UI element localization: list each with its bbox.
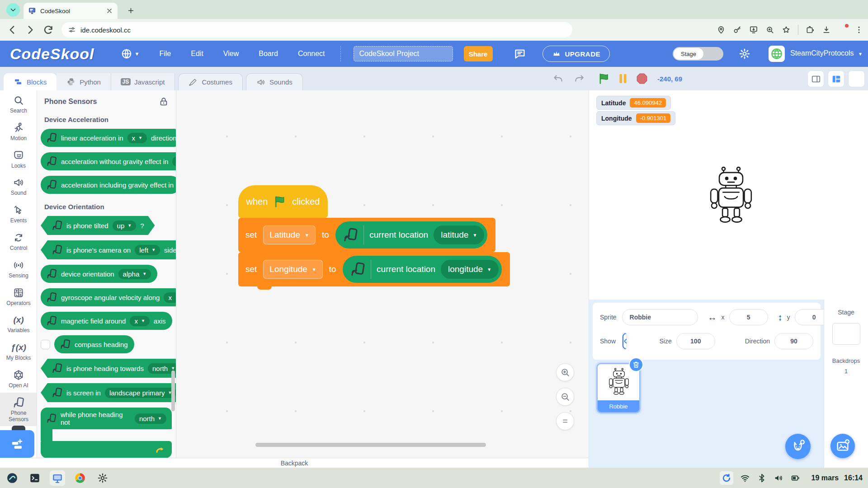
language-globe-icon[interactable] <box>121 48 132 60</box>
bluetooth-icon[interactable] <box>757 473 767 483</box>
sprite-name-input[interactable] <box>622 309 698 325</box>
when-flag-clicked-block[interactable]: whenclicked <box>238 185 328 218</box>
dropdown[interactable]: up <box>113 221 137 231</box>
dropdown[interactable]: x <box>172 156 176 167</box>
stage-toggle-knob[interactable]: Stage <box>674 48 703 60</box>
dropdown[interactable]: left <box>135 245 160 255</box>
tab-blocks[interactable]: Blocks <box>4 73 57 90</box>
star-icon[interactable] <box>782 25 791 34</box>
tab-javascript[interactable]: JSJavascript <box>111 73 175 90</box>
extensions-icon[interactable] <box>806 25 815 34</box>
backdrop-thumbnail[interactable] <box>832 323 860 345</box>
block-is-phone-tilted[interactable]: is phone tiltedup? <box>41 216 155 235</box>
add-backdrop-button[interactable] <box>830 434 855 458</box>
delete-sprite-button[interactable] <box>629 357 643 372</box>
sidebar-item-phone-sensors[interactable]: Phone Sensors <box>0 393 37 427</box>
dropdown[interactable]: landscape primary <box>105 388 176 398</box>
dropdown[interactable]: x <box>130 316 149 326</box>
menu-board[interactable]: Board <box>259 50 278 58</box>
zoom-lens-icon[interactable] <box>765 25 774 34</box>
add-extension-button[interactable] <box>0 430 34 458</box>
stage-toggle[interactable]: Stage <box>673 47 723 61</box>
address-bar[interactable]: ide.codeskool.cc <box>61 22 572 38</box>
backpack-bar[interactable]: Backpack <box>0 458 589 468</box>
menu-edit[interactable]: Edit <box>191 50 203 58</box>
zoom-in-button[interactable] <box>556 363 574 381</box>
terminal-app-icon[interactable] <box>27 470 42 486</box>
tab-python[interactable]: Python <box>57 73 111 90</box>
sync-icon[interactable] <box>720 471 733 485</box>
forward-icon[interactable] <box>24 24 36 36</box>
block-device-orientation[interactable]: device orientationalpha <box>41 265 157 283</box>
menu-connect[interactable]: Connect <box>298 50 325 58</box>
set-longitude-block[interactable]: set Longitude to current location longit… <box>238 252 510 286</box>
new-tab-button[interactable] <box>125 5 137 16</box>
tab-costumes[interactable]: Costumes <box>178 73 243 90</box>
sidebar-item-open-ai[interactable]: Open AI <box>0 365 37 393</box>
sprite-direction-input[interactable] <box>774 333 813 349</box>
zoom-out-button[interactable] <box>556 388 574 406</box>
sidebar-item-search[interactable]: Search <box>0 90 37 118</box>
downloads-icon[interactable] <box>822 25 831 34</box>
sidebar-item-motion[interactable]: Motion <box>0 118 37 145</box>
block-accel-including-gravity[interactable]: acceleration including gravity effect in <box>41 176 176 194</box>
share-button[interactable]: Share <box>464 46 493 61</box>
fullscreen-button[interactable] <box>848 70 865 87</box>
canvas-scrollbar[interactable] <box>255 443 486 447</box>
add-sprite-button[interactable] <box>785 434 811 459</box>
sprite-x-input[interactable] <box>729 309 768 325</box>
code-canvas[interactable]: whenclicked set Latitude to current loca… <box>176 90 589 458</box>
block-linear-acceleration[interactable]: linear acceleration inxdirection <box>41 129 176 147</box>
install-icon[interactable] <box>749 25 758 34</box>
sidebar-item-looks[interactable]: Looks <box>0 145 37 173</box>
monitor-checkbox[interactable] <box>41 340 50 349</box>
sidebar-item-sound[interactable]: Sound <box>0 173 37 200</box>
sidebar-item-operators[interactable]: Operators <box>0 283 37 310</box>
block-is-screen-in[interactable]: is screen inlandscape primary <box>41 383 176 402</box>
block-while-phone-heading[interactable]: while phone heading notnorth <box>41 408 172 458</box>
clock[interactable]: 19 mars 16:14 <box>811 474 863 482</box>
sprite-size-input[interactable] <box>676 333 715 349</box>
avatar[interactable] <box>769 46 785 62</box>
settings-app-icon[interactable] <box>95 470 110 486</box>
upgrade-button[interactable]: UPGRADE <box>542 46 610 62</box>
redo-icon[interactable] <box>573 73 585 84</box>
block-accel-without-gravity[interactable]: acceleration without gravity effect inx <box>41 152 176 170</box>
sidebar-item-events[interactable]: Events <box>0 200 37 228</box>
chat-icon[interactable] <box>514 47 526 60</box>
block-compass-heading[interactable]: compass heading <box>54 335 134 353</box>
current-location-reporter[interactable]: current location longitude <box>343 256 502 283</box>
block-is-camera-on-side[interactable]: is phone's camera onleftside? <box>41 240 176 259</box>
robot-sprite[interactable] <box>704 163 758 230</box>
username[interactable]: SteamCityProtocols ▼ <box>790 49 863 57</box>
palette-scrollbar[interactable] <box>171 371 175 411</box>
dropdown[interactable]: x <box>127 133 147 143</box>
latitude-monitor[interactable]: Latitude 46.090942 <box>596 96 671 110</box>
variable-dropdown[interactable]: Latitude <box>263 225 316 244</box>
kebab-menu-icon[interactable] <box>854 25 863 34</box>
tab-sounds[interactable]: Sounds <box>246 73 303 90</box>
app-menu-icon[interactable] <box>5 470 20 486</box>
dropdown[interactable]: x <box>164 292 176 303</box>
tab-search-button[interactable] <box>6 3 20 17</box>
pause-icon[interactable] <box>617 72 629 85</box>
location-icon[interactable] <box>717 25 726 34</box>
project-name-input[interactable] <box>354 46 453 61</box>
browser-settings-icon[interactable] <box>838 25 847 34</box>
volume-icon[interactable] <box>774 473 783 483</box>
sidebar-item-variables[interactable]: (x)Variables <box>0 310 37 338</box>
block-magnetic-field[interactable]: magnetic field aroundxaxis <box>41 312 172 330</box>
dropdown[interactable]: alpha <box>118 269 151 279</box>
undo-icon[interactable] <box>552 73 564 84</box>
block-is-heading-towards[interactable]: is phone heading towardsnorth <box>41 359 176 378</box>
chrome-app-icon[interactable] <box>72 470 88 486</box>
set-latitude-block[interactable]: set Latitude to current location latitud… <box>238 218 495 252</box>
sidebar-item-control[interactable]: Control <box>0 228 37 255</box>
close-icon[interactable] <box>106 7 113 14</box>
small-stage-layout-button[interactable] <box>807 70 824 87</box>
dropdown[interactable]: longitude <box>441 260 499 279</box>
stop-icon[interactable] <box>636 72 648 85</box>
block-gyroscope-velocity[interactable]: gyroscope angular velocity alongx <box>41 288 176 306</box>
reload-icon[interactable] <box>42 24 54 36</box>
key-icon[interactable] <box>733 25 742 34</box>
